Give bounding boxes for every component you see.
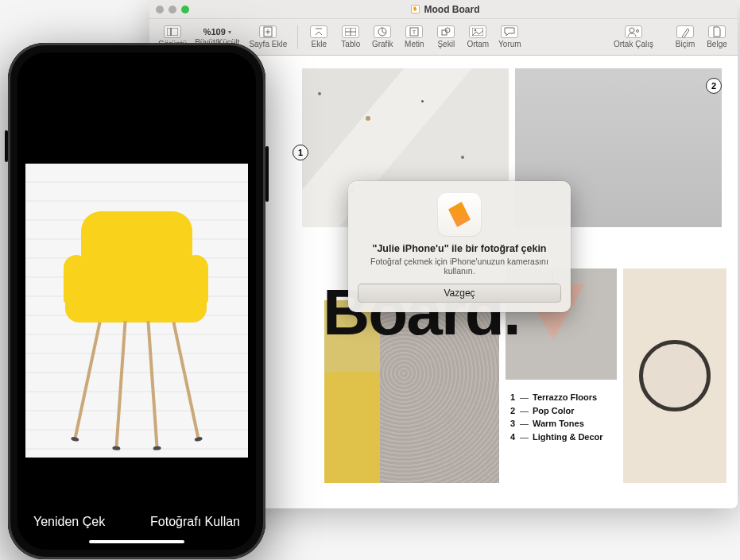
captured-photo[interactable] [25, 164, 248, 458]
insert-icon [310, 25, 327, 38]
popover-heading: "Julie iPhone'u" ile bir fotoğraf çekin [358, 243, 561, 254]
pen-icon [448, 202, 471, 227]
mirror-shape [639, 340, 711, 411]
badge-2[interactable]: 2 [706, 78, 722, 94]
legend-row: 2 — Pop Color [507, 404, 603, 418]
comment-label: Yorum [498, 40, 521, 48]
svg-point-15 [630, 28, 634, 33]
zoom-value: %109 [203, 27, 226, 37]
chart-icon [374, 25, 391, 38]
iphone-screen: Yeniden Çek Fotoğrafı Kullan [17, 52, 256, 550]
media-label: Ortam [467, 40, 489, 48]
shape-button[interactable]: Şekil [432, 24, 460, 50]
continuity-popover: "Julie iPhone'u" ile bir fotoğraf çekin … [348, 181, 571, 312]
collaborate-label: Ortak Çalış [614, 40, 653, 48]
iphone-device: Yeniden Çek Fotoğrafı Kullan [8, 43, 265, 559]
window-title-text: Mood Board [424, 4, 480, 15]
legend-label: Terrazzo Floors [533, 391, 597, 404]
table-button[interactable]: Tablo [336, 24, 365, 50]
use-photo-button[interactable]: Fotoğrafı Kullan [150, 515, 240, 529]
add-page-icon [259, 25, 277, 38]
svg-rect-0 [167, 28, 171, 36]
table-label: Tablo [341, 40, 360, 48]
pages-app-icon [437, 192, 482, 237]
svg-point-14 [475, 29, 476, 31]
legend-num: 3 [507, 417, 515, 431]
notch [77, 52, 196, 73]
document-icon [708, 25, 726, 38]
legend-label: Lighting & Decor [533, 431, 603, 444]
view-icon [164, 25, 181, 38]
shape-label: Şekil [437, 40, 455, 48]
window-title: Mood Board [189, 4, 701, 15]
document-label: Belge [707, 40, 727, 48]
svg-text:T: T [413, 29, 416, 36]
cancel-button[interactable]: Vazgeç [358, 284, 561, 303]
format-icon [676, 25, 694, 38]
legend-dash: — [520, 404, 528, 418]
legend-row: 4 — Lighting & Decor [507, 431, 603, 444]
chair-image [65, 211, 207, 330]
camera-preview-area [17, 52, 256, 500]
legend-row: 1 — Terrazzo Floors [507, 391, 603, 404]
add-page-label: Sayfa Ekle [249, 40, 287, 48]
media-icon [469, 25, 486, 38]
window-controls [156, 6, 189, 14]
legend-dash: — [520, 431, 528, 444]
svg-point-16 [637, 30, 639, 33]
collaborate-icon [625, 25, 642, 38]
document-button[interactable]: Belge [703, 24, 731, 50]
minimize-window-button[interactable] [169, 6, 176, 14]
text-button[interactable]: T Metin [400, 24, 428, 50]
format-label: Biçim [676, 40, 695, 48]
legend-label: Warm Tones [533, 417, 584, 431]
legend-num: 1 [507, 391, 515, 404]
comment-icon [501, 25, 518, 38]
chart-label: Grafik [372, 40, 393, 48]
legend-row: 3 — Warm Tones [507, 417, 603, 431]
text-label: Metin [405, 40, 424, 48]
add-page-button[interactable]: Sayfa Ekle [245, 24, 291, 50]
collaborate-button[interactable]: Ortak Çalış [610, 24, 657, 50]
image-mirror[interactable] [623, 268, 726, 483]
camera-action-bar: Yeniden Çek Fotoğrafı Kullan [17, 500, 256, 540]
comment-button[interactable]: Yorum [495, 24, 524, 50]
retake-button[interactable]: Yeniden Çek [33, 515, 105, 529]
legend-dash: — [520, 417, 528, 431]
chart-button[interactable]: Grafik [368, 24, 397, 50]
legend: 1 — Terrazzo Floors 2 — Pop Color 3 — Wa… [507, 391, 603, 443]
home-indicator[interactable] [89, 540, 184, 543]
text-icon: T [405, 25, 423, 38]
legend-dash: — [520, 391, 528, 404]
insert-label: Ekle [312, 40, 327, 48]
legend-num: 2 [507, 404, 515, 418]
badge-1[interactable]: 1 [293, 145, 308, 160]
media-button[interactable]: Ortam [463, 24, 492, 50]
insert-menu[interactable]: Ekle [304, 24, 333, 50]
legend-num: 4 [507, 431, 515, 444]
pages-doc-icon [411, 5, 420, 14]
toolbar-divider [297, 25, 298, 49]
svg-rect-11 [442, 30, 447, 35]
legend-label: Pop Color [533, 404, 575, 418]
shape-icon [437, 25, 455, 38]
chevron-down-icon: ▾ [228, 29, 231, 36]
titlebar: Mood Board [149, 0, 738, 19]
close-window-button[interactable] [156, 6, 164, 14]
table-icon [342, 25, 359, 38]
popover-body: Fotoğraf çekmek için iPhone'unuzun kamer… [358, 257, 561, 276]
svg-rect-1 [171, 28, 178, 36]
zoom-window-button[interactable] [181, 6, 189, 14]
format-button[interactable]: Biçim [671, 24, 699, 50]
